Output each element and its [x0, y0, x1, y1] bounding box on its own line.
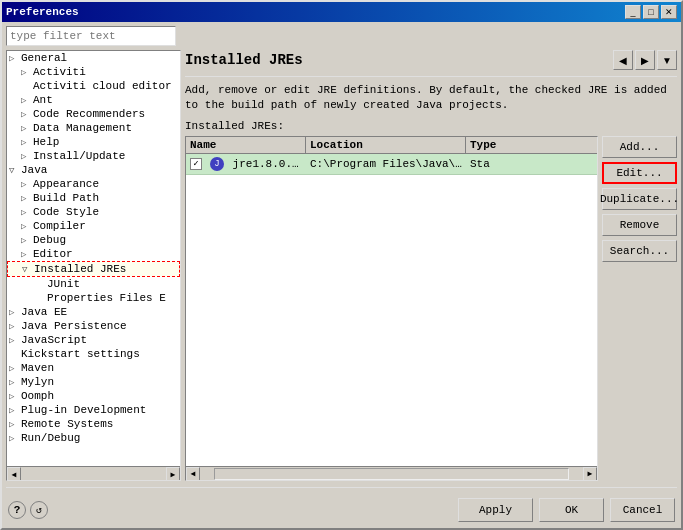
- search-button[interactable]: Search...: [602, 240, 677, 262]
- sidebar-item-plugin-dev[interactable]: ▷ Plug-in Development: [7, 403, 180, 417]
- sidebar-item-label: Oomph: [21, 390, 54, 402]
- sidebar-item-code-recommenders[interactable]: ▷ Code Recommenders: [7, 107, 180, 121]
- sidebar-item-installed-jres[interactable]: ▽ Installed JREs: [7, 261, 180, 277]
- sidebar-item-compiler[interactable]: ▷ Compiler: [7, 219, 180, 233]
- scroll-left-arrow[interactable]: ◀: [7, 467, 21, 481]
- sidebar-item-maven[interactable]: ▷ Maven: [7, 361, 180, 375]
- table-row[interactable]: ✓ J jre1.8.0... C:\Program Files\Java\jr…: [186, 154, 597, 175]
- sidebar-item-label: Java Persistence: [21, 320, 127, 332]
- sidebar-item-install-update[interactable]: ▷ Install/Update: [7, 149, 180, 163]
- sidebar-item-editor[interactable]: ▷ Editor: [7, 247, 180, 261]
- preferences-window: Preferences _ □ ✕ ▷ General: [0, 0, 683, 530]
- maximize-button[interactable]: □: [643, 5, 659, 19]
- apply-button[interactable]: Apply: [458, 498, 533, 522]
- sidebar-item-label: Java: [21, 164, 47, 176]
- sidebar-item-java-persistence[interactable]: ▷ Java Persistence: [7, 319, 180, 333]
- td-type: Sta: [466, 157, 516, 171]
- sidebar-item-java[interactable]: ▽ Java: [7, 163, 180, 177]
- hscroll-left[interactable]: ◀: [186, 467, 200, 481]
- expand-icon: ▷: [21, 207, 31, 218]
- expand-icon: ▷: [21, 179, 31, 190]
- sidebar-item-label: Mylyn: [21, 376, 54, 388]
- sidebar-item-label: Code Style: [33, 206, 99, 218]
- sidebar-item-ant[interactable]: ▷ Ant: [7, 93, 180, 107]
- tree-scroll[interactable]: ▷ General ▷ Activiti Activiti cloud edit…: [7, 51, 180, 466]
- nav-back-button[interactable]: ◀: [613, 50, 633, 70]
- hscroll-track[interactable]: [214, 468, 569, 480]
- sidebar-item-run-debug[interactable]: ▷ Run/Debug: [7, 431, 180, 445]
- sidebar-item-label: Appearance: [33, 178, 99, 190]
- expand-icon: ▽: [9, 165, 19, 176]
- sidebar-item-help[interactable]: ▷ Help: [7, 135, 180, 149]
- close-button[interactable]: ✕: [661, 5, 677, 19]
- sidebar-item-build-path[interactable]: ▷ Build Path: [7, 191, 180, 205]
- sidebar-item-javascript[interactable]: ▷ JavaScript: [7, 333, 180, 347]
- sidebar-item-remote-systems[interactable]: ▷ Remote Systems: [7, 417, 180, 431]
- filter-input[interactable]: [6, 26, 176, 46]
- remove-button[interactable]: Remove: [602, 214, 677, 236]
- window-content: ▷ General ▷ Activiti Activiti cloud edit…: [2, 22, 681, 528]
- help-icon[interactable]: ?: [8, 501, 26, 519]
- right-panel: Installed JREs ◀ ▶ ▼ Add, remove or edit…: [185, 50, 677, 481]
- sidebar-item-label: Installed JREs: [34, 263, 126, 275]
- sidebar-item-general[interactable]: ▷ General: [7, 51, 180, 65]
- bottom-bar: ? ↺ Apply OK Cancel: [6, 494, 677, 524]
- sidebar-item-properties-files[interactable]: Properties Files E: [7, 291, 180, 305]
- sidebar-item-label: General: [21, 52, 67, 64]
- expand-icon: ▷: [9, 335, 19, 346]
- sidebar-item-activiti[interactable]: ▷ Activiti: [7, 65, 180, 79]
- duplicate-button[interactable]: Duplicate...: [602, 188, 677, 210]
- sidebar-item-label: Debug: [33, 234, 66, 246]
- sidebar-item-activiti-cloud[interactable]: Activiti cloud editor: [7, 79, 180, 93]
- jre-icon: J: [210, 157, 224, 171]
- sidebar-item-label: Run/Debug: [21, 432, 80, 444]
- jre-action-buttons: Add... Edit... Duplicate... Remove Searc…: [602, 136, 677, 481]
- table-hscroll: ◀ ▶: [186, 466, 597, 480]
- expand-icon: ▷: [21, 95, 31, 106]
- expand-icon: ▷: [21, 123, 31, 134]
- th-type[interactable]: Type: [466, 137, 516, 153]
- nav-forward-button[interactable]: ▶: [635, 50, 655, 70]
- sidebar-item-label: Java EE: [21, 306, 67, 318]
- sidebar-item-java-ee[interactable]: ▷ Java EE: [7, 305, 180, 319]
- bottom-right-buttons: Apply OK Cancel: [458, 498, 675, 522]
- cancel-button[interactable]: Cancel: [610, 498, 675, 522]
- separator: [185, 76, 677, 77]
- sidebar-item-label: Properties Files E: [47, 292, 166, 304]
- restore-defaults-icon[interactable]: ↺: [30, 501, 48, 519]
- sidebar-item-code-style[interactable]: ▷ Code Style: [7, 205, 180, 219]
- sidebar-item-label: Compiler: [33, 220, 86, 232]
- sidebar-item-debug[interactable]: ▷ Debug: [7, 233, 180, 247]
- scroll-right-arrow[interactable]: ▶: [166, 467, 180, 481]
- expand-icon: [35, 279, 45, 289]
- edit-button[interactable]: Edit...: [602, 162, 677, 184]
- sidebar-item-label: Activiti: [33, 66, 86, 78]
- expand-icon: ▷: [21, 137, 31, 148]
- ok-button[interactable]: OK: [539, 498, 604, 522]
- checkbox[interactable]: ✓: [190, 158, 202, 170]
- sidebar-item-data-mgmt[interactable]: ▷ Data Management: [7, 121, 180, 135]
- sidebar-item-label: Help: [33, 136, 59, 148]
- sidebar-item-junit[interactable]: JUnit: [7, 277, 180, 291]
- sidebar-item-mylyn[interactable]: ▷ Mylyn: [7, 375, 180, 389]
- th-location[interactable]: Location: [306, 137, 466, 153]
- installed-label: Installed JREs:: [185, 120, 677, 132]
- title-bar: Preferences _ □ ✕: [2, 2, 681, 22]
- table-header: Name Location Type: [186, 137, 597, 154]
- expand-icon: ▷: [9, 391, 19, 402]
- sidebar-item-label: Data Management: [33, 122, 132, 134]
- th-name[interactable]: Name: [186, 137, 306, 153]
- nav-dropdown-button[interactable]: ▼: [657, 50, 677, 70]
- sidebar-item-appearance[interactable]: ▷ Appearance: [7, 177, 180, 191]
- td-name: J jre1.8.0...: [206, 156, 306, 172]
- sidebar-item-label: Ant: [33, 94, 53, 106]
- jre-container: Name Location Type ✓ J jre: [185, 136, 677, 481]
- sidebar-item-label: Maven: [21, 362, 54, 374]
- sidebar-item-kickstart[interactable]: Kickstart settings: [7, 347, 180, 361]
- expand-icon: ▷: [21, 67, 31, 78]
- minimize-button[interactable]: _: [625, 5, 641, 19]
- add-button[interactable]: Add...: [602, 136, 677, 158]
- td-checkbox[interactable]: ✓: [186, 157, 206, 171]
- hscroll-right[interactable]: ▶: [583, 467, 597, 481]
- sidebar-item-oomph[interactable]: ▷ Oomph: [7, 389, 180, 403]
